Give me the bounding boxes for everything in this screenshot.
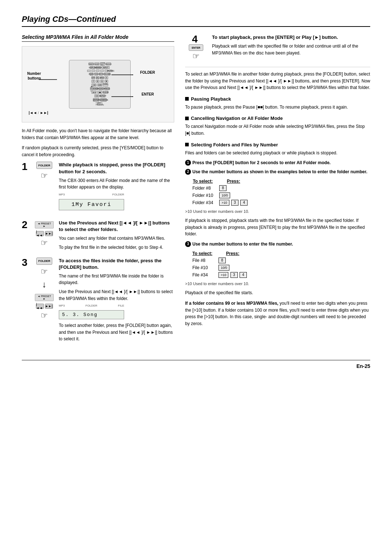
enter-btn-icon: ENTER: [189, 44, 203, 51]
step-2-block: 2 ◄ PRESET ► |◄◄ ►►| ☞ Use the Previous …: [22, 220, 174, 251]
step-3-content: To access the files inside the folder, p…: [59, 258, 174, 343]
step-4-body: Playback will start with the specified f…: [212, 43, 370, 56]
folder-row-10: Folder #10 10/0: [192, 192, 254, 199]
folder-10-key: 10/0: [219, 192, 254, 199]
step-4-heading: To start playback, press the [ENTER] or …: [212, 34, 370, 41]
circle-3: 3: [185, 241, 191, 247]
cancelling-title: Cancelling Navigation or All Folder Mode: [191, 116, 283, 121]
bullet-selecting: [185, 143, 189, 146]
file-table-header-select: To select:: [192, 250, 218, 257]
file-10-label: File #10: [192, 264, 218, 271]
bullet-cancelling: [185, 117, 189, 120]
bottom-text: If a folder contains 99 or less MP3/WMA …: [185, 300, 370, 327]
folder-34-key: >10 3 4: [219, 199, 254, 207]
step-1-body: The CBX-300 enters All Folder mode and t…: [59, 177, 174, 191]
page-title: Playing CDs—Continued: [22, 15, 370, 24]
nav-btns-3: |◄◄ ►►|: [36, 304, 53, 309]
step-3-heading: To access the files inside the folder, p…: [59, 258, 174, 271]
step-4-number: 4: [192, 34, 200, 44]
folder-row-8: Folder #8 8: [192, 185, 254, 192]
step-3-block: 3 FOLDER ☞ ↓ ◄ PRESET ► |◄◄ ►►| ☞ To acc…: [22, 258, 174, 343]
hand-icon-4: ☞: [192, 52, 200, 61]
folder-table-header-select: To select:: [192, 178, 219, 185]
folder-table: To select: Press: Folder #8 8 Folder #10…: [192, 178, 254, 207]
step-2-body1: You can select any folder that contains …: [59, 235, 174, 242]
circle-1: 1: [185, 160, 191, 166]
selecting-title: Selecting Folders and Files by Number: [191, 142, 278, 147]
diagram-arrow-left: [39, 76, 57, 81]
numbered-step-3-text: Use the number buttons to enter the file…: [192, 241, 293, 247]
pausing-header: Pausing Playback: [185, 96, 370, 102]
step-3-display: 5. 3. Song: [59, 310, 124, 319]
folder-8-key: 8: [219, 185, 254, 192]
down-arrow-3: ↓: [42, 279, 46, 289]
step-1-display-header: MP3FOLDER: [59, 193, 124, 196]
folder-button-icon: FOLDER: [36, 162, 52, 169]
device-diagram: Numberbuttons TIM/BTN SLEEP CLOCK CALL S…: [22, 46, 174, 122]
file-row-10: File #10 10/0: [192, 264, 253, 271]
preset-bar-3: ◄ PRESET ►: [35, 294, 54, 301]
enter-label: ENTER: [142, 92, 154, 96]
numbered-step-3: 3 Use the number buttons to enter the fi…: [185, 241, 370, 247]
divider-1: [185, 67, 370, 67]
folder-34-label: Folder #34: [192, 199, 219, 207]
folder-10-label: Folder #10: [192, 192, 219, 199]
page-header: Playing CDs—Continued: [22, 15, 370, 27]
intro-text-1: In All Folder mode, you don't have to na…: [22, 127, 174, 141]
step-4-content: To start playback, press the [ENTER] or …: [212, 34, 370, 56]
step-1-display-container: MP3FOLDER 1My Favori: [59, 193, 174, 210]
pausing-title: Pausing Playback: [191, 96, 231, 102]
step-3-display-container: MP3FOLDERFILE 5. 3. Song: [59, 304, 174, 319]
next-btn-2: ►►|: [45, 231, 53, 236]
numbered-step-1-text: Press the [FOLDER] button for 2 seconds …: [192, 160, 331, 166]
step-2-content: Use the Previous and Next [|◄◄ ]/[ ►►|] …: [59, 220, 174, 251]
bottom-text-bold: If a folder contains 99 or less MP3/WMA …: [185, 301, 278, 306]
preset-bar-2: ◄ PRESET ►: [35, 221, 54, 228]
folder-table-note: >10 Used to enter numbers over 10.: [185, 209, 370, 214]
step-1-icon: FOLDER ☞: [35, 162, 54, 181]
selecting-header: Selecting Folders and Files by Number: [185, 142, 370, 147]
prev-btn-3: |◄◄: [36, 304, 44, 309]
bullet-pausing: [185, 97, 189, 101]
file-8-key: 8: [218, 257, 253, 264]
step-1-block: 1 FOLDER ☞ While playback is stopped, pr…: [22, 162, 174, 213]
file-row-8: File #8 8: [192, 257, 253, 264]
folder-arrow: [111, 73, 133, 76]
file-table-note: >10 Used to enter numbers over 10.: [185, 281, 370, 286]
cancelling-header: Cancelling Navigation or All Folder Mode: [185, 116, 370, 121]
hand-icon-1: ☞: [41, 171, 48, 181]
selecting-body: Files and folders can be selected during…: [185, 150, 370, 157]
right-column: 4 ENTER ☞ To start playback, press the […: [185, 34, 370, 349]
step-1-content: While playback is stopped, press the [FO…: [59, 162, 174, 213]
enter-arrow: [111, 94, 133, 98]
pausing-body: To pause playback, press the Pause [■■] …: [185, 104, 370, 111]
folder-row-34: Folder #34 >10 3 4: [192, 199, 254, 207]
circle-2: 2: [185, 169, 191, 175]
numbered-step-1: 1 Press the [FOLDER] button for 2 second…: [185, 160, 370, 166]
hand-icon-2: ☞: [41, 238, 48, 248]
step-4-left: 4 ENTER ☞: [185, 34, 207, 61]
step-1-display: 1My Favori: [59, 199, 124, 210]
after-table-text: Playback of the specified file starts.: [185, 289, 370, 296]
step-1-heading: While playback is stopped, press the [FO…: [59, 162, 174, 175]
numbered-step-2-text: Use the number buttons as shown in the e…: [192, 169, 367, 175]
nav-btns-2: |◄◄ ►►|: [36, 231, 53, 236]
step-1-number: 1: [22, 162, 30, 172]
step-3-number: 3: [22, 258, 30, 268]
file-table-header-press: Press:: [218, 250, 253, 257]
next-btn-3: ►►|: [45, 304, 53, 309]
file-10-key: 10/0: [218, 264, 253, 271]
step-3-icon: FOLDER ☞ ↓ ◄ PRESET ► |◄◄ ►►| ☞: [35, 258, 54, 320]
numbered-step-2: 2 Use the number buttons as shown in the…: [185, 169, 370, 175]
between-text: If playback is stopped, playback starts …: [185, 217, 370, 238]
folder-8-label: Folder #8: [192, 185, 219, 192]
prev-btn-2: |◄◄: [36, 231, 44, 236]
file-table: To select: Press: File #8 8 File #10 10/…: [192, 250, 253, 279]
hand-icon-3: ☞: [41, 267, 48, 276]
step-2-heading: Use the Previous and Next [|◄◄ ]/[ ►►|] …: [59, 220, 174, 233]
page-number: En-25: [22, 360, 370, 369]
cancelling-body: To cancel Navigation mode or All Folder …: [185, 123, 370, 137]
file-8-label: File #8: [192, 257, 218, 264]
step-3-display-header: MP3FOLDERFILE: [59, 304, 124, 307]
step-4-block: 4 ENTER ☞ To start playback, press the […: [185, 34, 370, 61]
